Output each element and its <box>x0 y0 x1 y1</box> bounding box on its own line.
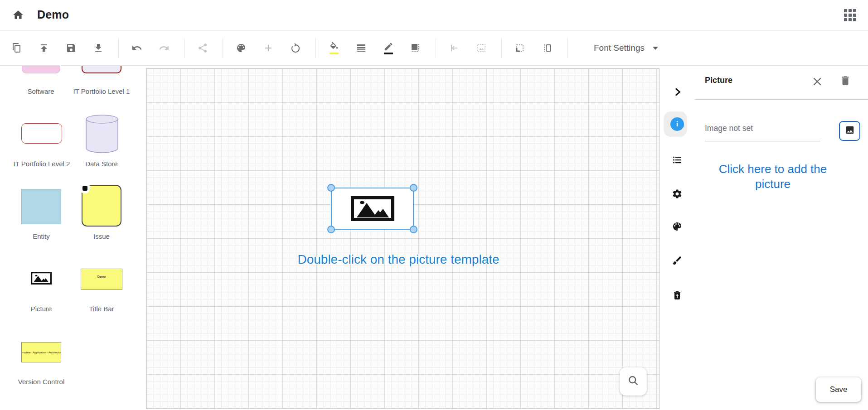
shape-picture[interactable] <box>31 272 52 285</box>
document-title: Demo <box>37 8 69 21</box>
line-weight-icon[interactable] <box>353 38 369 58</box>
home-button[interactable] <box>11 9 25 23</box>
selection-handle[interactable] <box>327 184 335 192</box>
shape-label: Picture <box>7 304 75 313</box>
share-icon[interactable] <box>194 38 211 58</box>
add-picture-link[interactable]: Click here to add the picture <box>703 162 843 192</box>
shape-data-store[interactable] <box>85 114 119 153</box>
toolbar-separator <box>315 38 316 58</box>
border-color-indicator <box>384 53 393 54</box>
zoom-search-button[interactable] <box>620 367 647 396</box>
selection-handle[interactable] <box>410 226 417 233</box>
toolbar: Font Settings <box>0 31 868 66</box>
shape-label: Issue <box>68 232 136 241</box>
crop-corner-icon[interactable] <box>512 38 528 58</box>
toolbar-separator <box>436 38 436 58</box>
version-control-mini-text: Template : Application - Architecture <box>21 351 61 354</box>
select-area-icon[interactable] <box>539 38 555 58</box>
delete-restore-tab-icon[interactable] <box>672 290 683 301</box>
picture-placeholder-icon <box>351 196 394 221</box>
chevron-down-icon <box>653 47 658 50</box>
download-icon[interactable] <box>90 38 107 58</box>
canvas-hint-text: Double-click on the picture template <box>281 252 516 267</box>
shape-version-control[interactable]: Template : Application - Architecture <box>21 342 61 362</box>
panel-divider <box>694 99 868 100</box>
diagram-grid-paper[interactable]: Double-click on the picture template <box>146 68 659 409</box>
image-icon <box>845 125 855 137</box>
properties-panel: i Picture Image not set Click here to ad… <box>662 66 868 410</box>
brush-tab-icon[interactable] <box>672 255 683 266</box>
toolbar-separator <box>567 38 567 58</box>
canvas-area: Double-click on the picture template <box>145 66 662 410</box>
rotate-icon[interactable] <box>287 38 304 58</box>
magnifier-icon <box>627 374 640 389</box>
collapse-panel-chevron-icon[interactable] <box>671 86 683 100</box>
pick-image-button[interactable] <box>839 121 860 141</box>
panel-title: Picture <box>705 76 732 85</box>
font-settings-label: Font Settings <box>594 43 645 53</box>
fill-color-indicator <box>330 53 339 54</box>
save-icon[interactable] <box>63 38 79 58</box>
top-bar: Demo <box>0 0 868 31</box>
shape-label: IT Portfolio Level 1 <box>68 87 136 96</box>
redo-icon[interactable] <box>156 38 172 58</box>
home-icon <box>12 9 24 23</box>
shape-label: Data Store <box>68 159 136 168</box>
shape-label: Entity <box>7 232 75 241</box>
shape-software[interactable] <box>22 66 60 73</box>
save-button[interactable]: Save <box>816 377 861 402</box>
toolbar-separator <box>184 38 184 58</box>
copy-icon[interactable] <box>9 38 25 58</box>
add-icon[interactable] <box>260 38 276 58</box>
shape-palette-sidebar: Software IT Portfolio Level 1 IT Portfol… <box>0 66 145 410</box>
shape-label: Version Control <box>7 377 75 386</box>
palette-icon[interactable] <box>233 38 249 58</box>
palette-tab-icon[interactable] <box>672 221 683 232</box>
list-tab-icon[interactable] <box>672 154 683 165</box>
toolbar-separator <box>223 38 223 58</box>
close-icon[interactable] <box>810 75 824 88</box>
shape-label: Software <box>7 87 75 96</box>
shape-it-portfolio-level-1[interactable] <box>82 66 121 73</box>
apps-grid-icon[interactable] <box>843 8 857 22</box>
title-bar-mini-text: Demo <box>81 275 122 278</box>
selection-handle[interactable] <box>410 184 417 192</box>
image-fit-icon[interactable] <box>473 38 490 58</box>
shape-entity[interactable] <box>21 189 61 224</box>
selection-handle[interactable] <box>327 226 335 233</box>
align-left-icon[interactable] <box>446 38 462 58</box>
shape-it-portfolio-level-2[interactable] <box>21 123 62 144</box>
shape-title-bar[interactable]: Demo <box>81 269 122 290</box>
undo-icon[interactable] <box>129 38 145 58</box>
border-style-icon[interactable] <box>407 38 424 58</box>
info-tab-icon[interactable]: i <box>670 117 684 131</box>
selected-picture-element[interactable] <box>331 188 414 230</box>
toolbar-separator <box>118 38 119 58</box>
issue-badge-icon <box>79 183 90 193</box>
image-status-text: Image not set <box>705 124 753 133</box>
shape-issue[interactable] <box>82 185 121 227</box>
shape-label: IT Portfolio Level 2 <box>8 159 76 168</box>
shape-label: Title Bar <box>68 304 136 313</box>
fill-color-icon[interactable] <box>326 38 342 58</box>
settings-tab-icon[interactable] <box>672 188 683 199</box>
font-settings-dropdown[interactable]: Font Settings <box>594 43 658 53</box>
delete-element-icon[interactable] <box>839 74 852 87</box>
border-color-icon[interactable] <box>380 38 397 58</box>
toolbar-separator <box>501 38 502 58</box>
image-field-underline <box>705 141 820 141</box>
upload-icon[interactable] <box>36 38 52 58</box>
